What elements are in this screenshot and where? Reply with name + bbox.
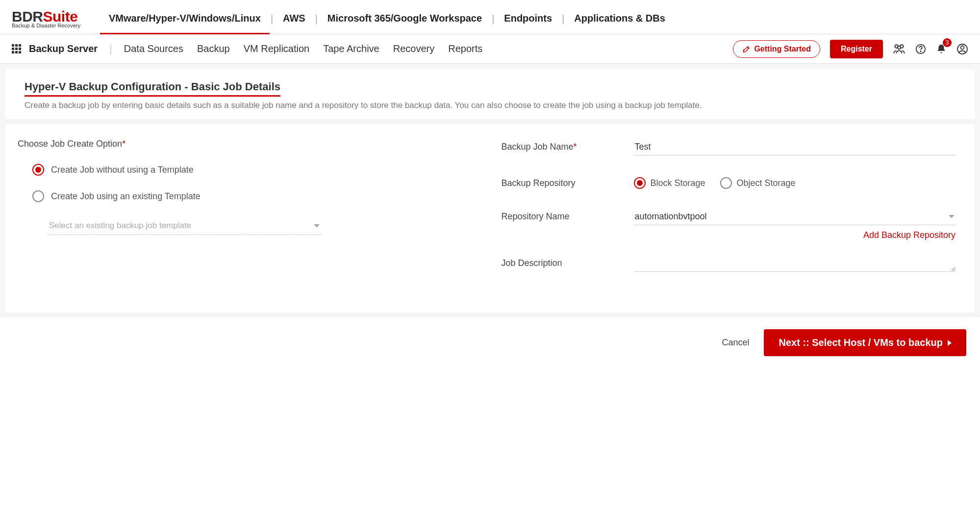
template-select[interactable]: Select an existing backup job template [47, 217, 322, 235]
notification-badge: 3 [943, 38, 952, 47]
top-nav: BDRSuite Backup & Disaster Recovery VMwa… [0, 0, 980, 34]
nav-recovery[interactable]: Recovery [393, 43, 434, 54]
logo-subtitle: Backup & Disaster Recovery [12, 23, 80, 28]
form-card: Choose Job Create Option* Create Job wit… [5, 124, 975, 313]
radio-icon [634, 177, 646, 189]
sub-nav: Backup Server | Data Sources Backup VM R… [0, 34, 980, 64]
notifications-icon[interactable]: 3 [936, 43, 947, 55]
help-icon[interactable] [915, 44, 926, 54]
chevron-down-icon [949, 215, 955, 218]
svg-point-4 [920, 51, 921, 51]
account-icon[interactable] [956, 43, 968, 55]
top-tabs: VMware/Hyper-V/Windows/Linux | AWS | Mic… [100, 4, 674, 34]
left-column: Choose Job Create Option* Create Job wit… [18, 139, 472, 293]
next-button[interactable]: Next :: Select Host / VMs to backup [764, 329, 966, 356]
register-button[interactable]: Register [830, 40, 883, 58]
repository-name-select[interactable]: automationbvtpool [634, 209, 956, 225]
radio-no-template[interactable]: Create Job without using a Template [32, 164, 472, 176]
page-header-card: Hyper-V Backup Configuration - Basic Job… [5, 69, 975, 119]
footer: Cancel Next :: Select Host / VMs to back… [0, 317, 980, 368]
field-repository-name: Repository Name automationbvtpool Add Ba… [502, 209, 956, 240]
apps-grid-icon[interactable] [12, 44, 21, 53]
tab-endpoints[interactable]: Endpoints [495, 4, 561, 34]
nav-vm-replication[interactable]: VM Replication [244, 43, 310, 54]
tab-apps-dbs[interactable]: Applications & DBs [565, 4, 674, 34]
users-icon[interactable] [893, 44, 905, 54]
nav-reports[interactable]: Reports [448, 43, 482, 54]
radio-with-template[interactable]: Create Job using an existing Template [32, 190, 472, 202]
chevron-down-icon [314, 224, 320, 228]
field-job-name: Backup Job Name* [502, 139, 956, 156]
svg-point-6 [961, 46, 964, 49]
nav-data-sources[interactable]: Data Sources [124, 43, 183, 54]
field-backup-repository: Backup Repository Block Storage Object S… [502, 175, 956, 189]
job-description-input[interactable] [634, 255, 956, 272]
radio-icon [32, 164, 44, 176]
page-description: Create a backup job by entering basic de… [25, 101, 955, 110]
radio-icon [32, 190, 44, 202]
cancel-button[interactable]: Cancel [722, 338, 749, 348]
right-column: Backup Job Name* Backup Repository Block… [502, 139, 956, 293]
getting-started-button[interactable]: Getting Started [733, 40, 820, 58]
backup-server-label[interactable]: Backup Server [29, 43, 98, 54]
logo-main: BDRSuite [12, 9, 80, 24]
logo[interactable]: BDRSuite Backup & Disaster Recovery [12, 9, 80, 28]
tab-vmware[interactable]: VMware/Hyper-V/Windows/Linux [100, 4, 270, 34]
tab-m365[interactable]: Microsoft 365/Google Workspace [319, 4, 491, 34]
job-name-input[interactable] [634, 139, 956, 156]
field-job-description: Job Description [502, 255, 956, 273]
add-backup-repository-link[interactable]: Add Backup Repository [634, 230, 956, 240]
radio-icon [720, 177, 732, 189]
arrow-right-icon [948, 340, 952, 346]
svg-point-2 [898, 46, 901, 49]
page-title: Hyper-V Backup Configuration - Basic Job… [25, 80, 280, 97]
rocket-icon [742, 45, 751, 53]
tab-aws[interactable]: AWS [274, 4, 314, 34]
nav-backup[interactable]: Backup [197, 43, 230, 54]
radio-object-storage[interactable]: Object Storage [720, 177, 796, 189]
radio-block-storage[interactable]: Block Storage [634, 177, 705, 189]
nav-tape-archive[interactable]: Tape Archive [323, 43, 379, 54]
content-wrap: Hyper-V Backup Configuration - Basic Job… [0, 64, 980, 124]
choose-option-label: Choose Job Create Option* [18, 139, 472, 149]
